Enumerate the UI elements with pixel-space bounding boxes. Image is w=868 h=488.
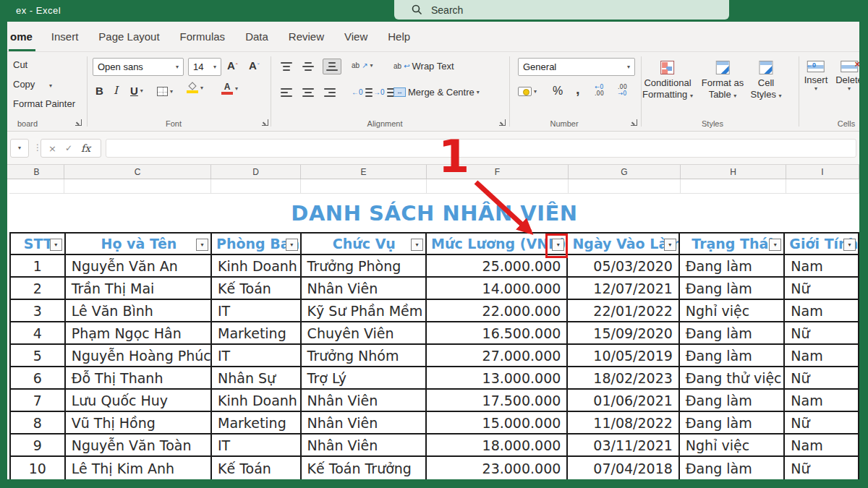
cell-r5-c5[interactable]: 10/05/2019	[568, 345, 679, 366]
cell-r1-c6[interactable]: Đang làm	[680, 255, 786, 276]
cut-button[interactable]: Cut	[13, 59, 27, 70]
accounting-format-icon[interactable]: ▾	[518, 87, 537, 96]
empty-cell[interactable]	[427, 179, 569, 194]
tab-home[interactable]: ome	[9, 22, 41, 51]
column-header-F[interactable]: F	[427, 165, 569, 179]
italic-icon[interactable]: I	[114, 85, 118, 96]
top-align-icon[interactable]	[281, 62, 292, 71]
tab-formulas[interactable]: Formulas	[170, 22, 236, 51]
cancel-icon[interactable]: ×	[48, 143, 56, 154]
underline-icon[interactable]: U▾	[130, 85, 143, 96]
cell-r9-c4[interactable]: 18.000.000	[427, 435, 568, 455]
cell-r7-c6[interactable]: Đang làm	[680, 390, 786, 411]
cell-r10-c1[interactable]: Lê Thị Kim Anh	[66, 457, 212, 479]
cell-r4-c5[interactable]: 15/09/2020	[568, 322, 679, 343]
cell-r3-c2[interactable]: IT	[212, 300, 302, 321]
cell-r6-c0[interactable]: 6	[11, 367, 66, 388]
comma-style-icon[interactable]: ,	[576, 85, 580, 93]
cell-r10-c0[interactable]: 10	[11, 457, 66, 479]
cell-r7-c7[interactable]: Nam	[785, 390, 858, 411]
orientation-icon[interactable]: ab↗▾	[352, 62, 373, 69]
cell-r4-c3[interactable]: Chuyên Viên	[302, 322, 427, 343]
increase-font-size-icon[interactable]: Aˆ	[227, 60, 238, 71]
cell-r4-c4[interactable]: 16.500.000	[427, 322, 568, 343]
cell-r9-c2[interactable]: IT	[212, 435, 302, 455]
filter-button-0[interactable]: ▾	[50, 239, 62, 251]
cell-r10-c5[interactable]: 07/04/2018	[568, 457, 679, 479]
filter-button-1[interactable]: ▾	[196, 239, 208, 251]
column-header-I[interactable]: I	[786, 165, 859, 179]
cell-r7-c3[interactable]: Nhân Viên	[302, 390, 427, 411]
search-box[interactable]: Search	[394, 0, 729, 20]
formula-input[interactable]	[106, 139, 856, 158]
alignment-dialog-launcher-icon[interactable]	[499, 119, 506, 126]
tab-insert[interactable]: Insert	[41, 22, 89, 51]
cell-r9-c7[interactable]: Nam	[785, 435, 858, 455]
name-box[interactable]: ▾	[10, 139, 29, 158]
cell-r10-c7[interactable]: Nữ	[785, 457, 858, 479]
empty-cell[interactable]	[64, 179, 211, 194]
cell-r5-c0[interactable]: 5	[11, 345, 66, 366]
decrease-indent-icon[interactable]: ←0	[352, 88, 373, 97]
cell-r5-c2[interactable]: IT	[212, 345, 302, 366]
cell-r2-c6[interactable]: Đang làm	[680, 278, 786, 299]
filter-button-7[interactable]: ▾	[843, 239, 856, 251]
cell-r1-c1[interactable]: Nguyễn Văn An	[66, 255, 212, 276]
middle-align-icon[interactable]	[302, 62, 314, 71]
cell-r8-c0[interactable]: 8	[11, 412, 66, 433]
cell-r1-c3[interactable]: Trưởng Phòng	[302, 255, 427, 276]
cell-r2-c5[interactable]: 12/07/2021	[568, 278, 679, 299]
cell-r6-c4[interactable]: 13.000.000	[427, 367, 568, 388]
align-center-icon[interactable]	[302, 88, 314, 97]
cell-r6-c2[interactable]: Nhân Sự	[212, 367, 302, 388]
insert-cells-button[interactable]: ←0 Insert ▾	[804, 61, 828, 92]
cell-r3-c0[interactable]: 3	[11, 300, 66, 321]
cell-r8-c7[interactable]: Nữ	[785, 412, 858, 433]
filter-button-5[interactable]: ▾	[664, 239, 676, 251]
cell-r2-c4[interactable]: 14.000.000	[427, 278, 568, 299]
cell-r2-c3[interactable]: Nhân Viên	[302, 278, 427, 299]
cell-r1-c4[interactable]: 25.000.000	[427, 255, 568, 276]
align-left-icon[interactable]	[281, 88, 292, 97]
tab-view[interactable]: View	[334, 22, 378, 51]
cell-r2-c2[interactable]: Kế Toán	[212, 278, 302, 299]
cell-r4-c2[interactable]: Marketing	[212, 322, 302, 343]
conditional-formatting-button[interactable]: Conditional Formatting ▾	[642, 61, 693, 100]
decrease-font-size-icon[interactable]: Aˇ	[249, 60, 260, 71]
align-right-icon[interactable]	[324, 88, 336, 97]
cell-r5-c6[interactable]: Đang làm	[680, 345, 786, 366]
copy-button[interactable]: Copy	[13, 79, 35, 90]
cell-r5-c4[interactable]: 27.000.000	[427, 345, 568, 366]
empty-cell[interactable]	[211, 179, 301, 194]
format-painter-button[interactable]: Format Painter	[13, 98, 75, 109]
empty-cell[interactable]	[9, 179, 64, 194]
cell-r2-c0[interactable]: 2	[11, 278, 66, 299]
font-dialog-launcher-icon[interactable]	[262, 119, 268, 126]
cell-r2-c1[interactable]: Trần Thị Mai	[66, 278, 212, 299]
cell-r2-c7[interactable]: Nữ	[785, 278, 858, 299]
delete-cells-button[interactable]: × Delete ▾	[835, 61, 859, 92]
cell-r5-c3[interactable]: Trưởng Nhóm	[302, 345, 427, 366]
cell-r9-c1[interactable]: Nguyễn Văn Toàn	[66, 435, 212, 455]
cell-r3-c5[interactable]: 22/01/2022	[568, 300, 679, 321]
merge-centre-button[interactable]: ↔Merge & Centre▾	[393, 87, 480, 98]
filter-button-2[interactable]: ▾	[286, 239, 298, 251]
cell-r10-c2[interactable]: Kế Toán	[212, 457, 302, 479]
decrease-decimal-icon[interactable]: .00→0	[618, 84, 627, 97]
percent-style-icon[interactable]: %	[553, 85, 563, 97]
cell-r4-c1[interactable]: Phạm Ngọc Hân	[66, 322, 212, 343]
font-name-select[interactable]: Open sans ▾	[93, 58, 184, 76]
cell-r1-c5[interactable]: 05/03/2020	[568, 255, 679, 276]
bottom-align-icon[interactable]	[323, 59, 341, 74]
cell-r10-c4[interactable]: 23.000.000	[427, 457, 568, 479]
cell-r8-c6[interactable]: Đang làm	[680, 412, 786, 433]
font-size-select[interactable]: 14 ▾	[188, 58, 221, 76]
cell-r4-c7[interactable]: Nữ	[785, 322, 858, 343]
format-as-table-button[interactable]: Format as Table ▾	[702, 61, 744, 100]
cell-r6-c5[interactable]: 18/02/2023	[568, 367, 679, 388]
cell-r5-c1[interactable]: Nguyễn Hoàng Phúc	[66, 345, 212, 366]
cell-r8-c5[interactable]: 11/08/2022	[568, 412, 679, 433]
cell-r3-c7[interactable]: Nam	[785, 300, 858, 321]
column-header-G[interactable]: G	[569, 165, 681, 179]
cell-r8-c4[interactable]: 15.000.000	[427, 412, 568, 433]
